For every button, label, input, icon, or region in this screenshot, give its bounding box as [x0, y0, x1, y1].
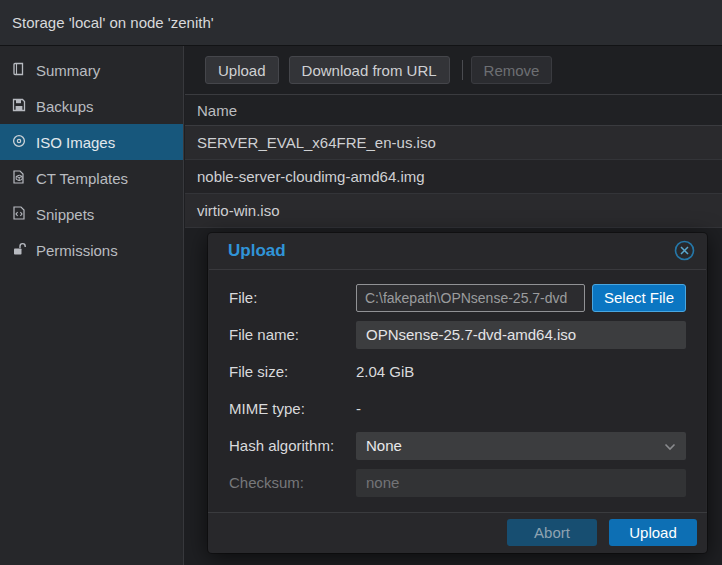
select-file-button[interactable]: Select File: [592, 284, 686, 312]
table-header-name[interactable]: Name: [185, 94, 722, 126]
sidebar-item-label: Backups: [36, 98, 94, 115]
file-name-row: File name:: [229, 321, 686, 349]
sidebar: Summary Backups ISO Images CT Templates …: [0, 46, 184, 565]
file-size-value: 2.04 GiB: [356, 363, 414, 380]
file-code-icon: [12, 206, 26, 223]
book-icon: [12, 62, 26, 79]
file-label: File:: [229, 289, 356, 306]
content-table: Name SERVER_EVAL_x64FRE_en-us.iso noble-…: [185, 94, 722, 228]
sidebar-item-permissions[interactable]: Permissions: [0, 232, 183, 268]
floppy-icon: [12, 98, 26, 115]
upload-dialog-body: File: Select File File name: File size: …: [209, 269, 706, 512]
abort-button[interactable]: Abort: [507, 519, 597, 546]
checksum-row: Checksum:: [229, 469, 686, 497]
mime-type-row: MIME type: -: [229, 395, 686, 423]
checksum-input: [356, 469, 686, 497]
sidebar-item-label: Summary: [36, 62, 100, 79]
file-name-label: File name:: [229, 326, 356, 343]
upload-dialog-header: Upload: [208, 233, 707, 269]
hash-algorithm-label: Hash algorithm:: [229, 437, 356, 454]
sidebar-item-backups[interactable]: Backups: [0, 88, 183, 124]
table-row[interactable]: noble-server-cloudimg-amd64.img: [185, 160, 722, 194]
toolbar-separator: [462, 60, 463, 80]
cd-icon: [12, 134, 26, 151]
storage-content-window: Storage 'local' on node 'zenith' Summary…: [0, 0, 722, 565]
hash-algorithm-row: Hash algorithm: None: [229, 432, 686, 460]
mime-type-label: MIME type:: [229, 400, 356, 417]
mime-type-value: -: [356, 400, 361, 417]
sidebar-item-label: Permissions: [36, 242, 118, 259]
content-toolbar: Upload Download from URL Remove: [185, 46, 722, 94]
window-titlebar: Storage 'local' on node 'zenith': [0, 0, 722, 46]
checksum-label: Checksum:: [229, 474, 356, 491]
sidebar-item-snippets[interactable]: Snippets: [0, 196, 183, 232]
dialog-title: Upload: [228, 241, 286, 261]
sidebar-item-label: CT Templates: [36, 170, 128, 187]
upload-button[interactable]: Upload: [205, 56, 279, 84]
hash-algorithm-select[interactable]: None: [356, 432, 686, 460]
file-name-input[interactable]: [356, 321, 686, 349]
file-size-row: File size: 2.04 GiB: [229, 358, 686, 386]
unlock-icon: [12, 242, 26, 259]
table-row[interactable]: SERVER_EVAL_x64FRE_en-us.iso: [185, 126, 722, 160]
table-row[interactable]: virtio-win.iso: [185, 194, 722, 228]
upload-dialog-footer: Abort Upload: [208, 512, 707, 553]
sidebar-item-label: Snippets: [36, 206, 94, 223]
file-size-label: File size:: [229, 363, 356, 380]
remove-button: Remove: [471, 56, 553, 84]
page-title: Storage 'local' on node 'zenith': [12, 14, 214, 31]
upload-dialog: Upload File: Select File File name: File…: [208, 233, 707, 553]
file-row: File: Select File: [229, 284, 686, 312]
sidebar-item-iso-images[interactable]: ISO Images: [0, 124, 183, 160]
sidebar-item-summary[interactable]: Summary: [0, 52, 183, 88]
close-icon[interactable]: [673, 240, 695, 262]
upload-submit-button[interactable]: Upload: [609, 519, 697, 546]
sidebar-item-label: ISO Images: [36, 134, 115, 151]
file-path-input[interactable]: [356, 284, 585, 312]
file-cube-icon: [12, 170, 26, 187]
sidebar-item-ct-templates[interactable]: CT Templates: [0, 160, 183, 196]
hash-algorithm-value: None: [366, 437, 402, 454]
chevron-down-icon: [664, 437, 676, 454]
download-from-url-button[interactable]: Download from URL: [289, 56, 450, 84]
